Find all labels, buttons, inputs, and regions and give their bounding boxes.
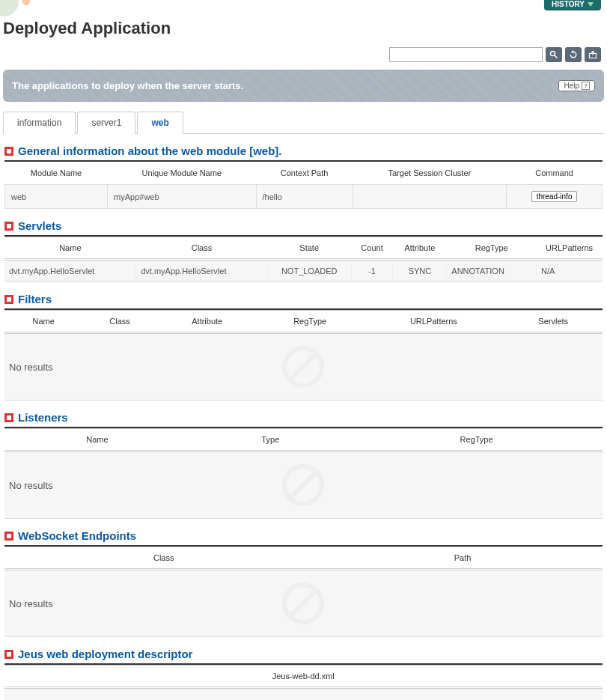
cell-target-session-cluster (353, 185, 506, 209)
section-icon (4, 413, 13, 422)
servlets-table: Name Class State Count Attribute RegType… (4, 237, 603, 282)
section-title-general: General information about the web module… (18, 144, 282, 157)
section-icon (4, 222, 13, 231)
listeners-table: Name Type RegType No results (4, 428, 603, 519)
reload-button[interactable] (565, 47, 582, 62)
empty-row: No results (4, 570, 603, 637)
col-count: Count (351, 237, 393, 260)
section-filters: Filters Name Class Attribute RegType URL… (4, 293, 603, 401)
cell-attribute: SYNC (393, 260, 447, 282)
section-title-filters: Filters (18, 293, 52, 305)
col-regtype: RegType (351, 429, 603, 451)
cell-regtype: ANNOTATION (447, 260, 537, 282)
deco-circle-large (0, 0, 19, 16)
section-title-descriptor: Jeus web deployment descriptor (18, 648, 192, 660)
col-command: Command (507, 162, 603, 185)
section-icon (4, 650, 13, 659)
col-type: Type (190, 429, 351, 451)
help-icon: ? (582, 82, 590, 90)
section-listeners: Listeners Name Type RegType No results (4, 411, 603, 519)
col-attribute: Attribute (393, 237, 447, 260)
empty-icon (282, 464, 324, 506)
tab-web[interactable]: web (137, 112, 183, 134)
col-urlpatterns: URLPatterns (537, 237, 603, 260)
col-regtype: RegType (257, 311, 363, 333)
page-title: Deployed Application (0, 19, 607, 44)
cell-name: dvt.myApp.HelloServlet (4, 260, 136, 282)
reload-icon (569, 50, 578, 59)
description-banner: The applications to deploy when the serv… (3, 70, 604, 102)
cell-unique-module-name: myApp#web (108, 185, 257, 209)
svg-point-0 (551, 52, 555, 56)
history-button[interactable]: HISTORY (544, 0, 601, 10)
history-label: HISTORY (552, 0, 585, 8)
descriptor-table: Jeus-web-dd.xml No results (4, 665, 603, 700)
col-attribute: Attribute (157, 311, 257, 333)
empty-row: No results (4, 451, 603, 519)
search-row (0, 44, 607, 70)
tab-information[interactable]: information (3, 112, 76, 134)
col-target-session-cluster: Target Session Cluster (353, 162, 506, 185)
export-icon (588, 50, 597, 59)
section-title-websocket: WebSocket Endpoints (18, 529, 136, 542)
section-general-info: General information about the web module… (4, 144, 603, 209)
col-class: Class (4, 547, 323, 570)
deco-circle-small (22, 0, 30, 5)
help-button[interactable]: Help ? (558, 80, 595, 91)
export-button[interactable] (585, 47, 601, 62)
section-icon (4, 295, 13, 304)
cell-count: -1 (351, 260, 393, 282)
empty-text: No results (9, 480, 53, 491)
empty-row: No results (4, 688, 603, 701)
chevron-down-icon (588, 2, 594, 7)
col-name: Name (4, 429, 190, 451)
cell-module-name: web (5, 185, 108, 209)
filters-table: Name Class Attribute RegType URLPatterns… (4, 310, 603, 401)
thread-info-button[interactable]: thread-info (531, 191, 578, 202)
section-icon (4, 532, 13, 541)
empty-text: No results (9, 362, 53, 373)
empty-icon (282, 582, 324, 624)
section-title-servlets: Servlets (18, 219, 61, 232)
empty-text: No results (9, 598, 53, 609)
col-class: Class (82, 311, 157, 333)
section-icon (4, 147, 13, 156)
table-row: dvt.myApp.HelloServlet dvt.myApp.HelloSe… (4, 260, 603, 282)
section-title-listeners: Listeners (18, 411, 68, 424)
search-icon (549, 50, 558, 59)
col-state: State (267, 237, 351, 260)
tabs: information server1 web (3, 111, 604, 134)
section-descriptor: Jeus web deployment descriptor Jeus-web-… (4, 648, 603, 700)
tab-server1[interactable]: server1 (77, 112, 135, 134)
websocket-table: Class Path No results (4, 547, 603, 637)
col-class: Class (136, 237, 268, 260)
cell-context-path: /hello (256, 185, 353, 209)
section-websocket: WebSocket Endpoints Class Path No result… (4, 529, 603, 637)
help-label: Help (564, 82, 579, 90)
top-decoration: HISTORY (0, 0, 607, 19)
table-row: web myApp#web /hello thread-info (5, 185, 603, 209)
col-name: Name (4, 237, 136, 260)
empty-icon (282, 346, 324, 388)
general-info-table: Module Name Unique Module Name Context P… (4, 162, 603, 209)
cell-urlpatterns: N/A (537, 260, 603, 282)
empty-row: No results (4, 333, 603, 401)
svg-line-1 (555, 55, 558, 58)
col-name: Name (4, 311, 82, 333)
search-button[interactable] (546, 47, 562, 62)
col-context-path: Context Path (256, 162, 353, 185)
col-servlets: Servlets (504, 311, 603, 333)
col-unique-module-name: Unique Module Name (108, 162, 257, 185)
cell-class: dvt.myApp.HelloServlet (136, 260, 268, 282)
col-urlpatterns: URLPatterns (363, 311, 504, 333)
banner-text: The applications to deploy when the serv… (12, 80, 243, 91)
col-module-name: Module Name (5, 162, 108, 185)
search-input[interactable] (389, 47, 543, 62)
cell-state: NOT_LOADED (267, 260, 351, 282)
col-path: Path (323, 547, 602, 570)
col-file: Jeus-web-dd.xml (4, 666, 603, 688)
section-servlets: Servlets Name Class State Count Attribut… (4, 219, 603, 282)
col-regtype: RegType (447, 237, 537, 260)
